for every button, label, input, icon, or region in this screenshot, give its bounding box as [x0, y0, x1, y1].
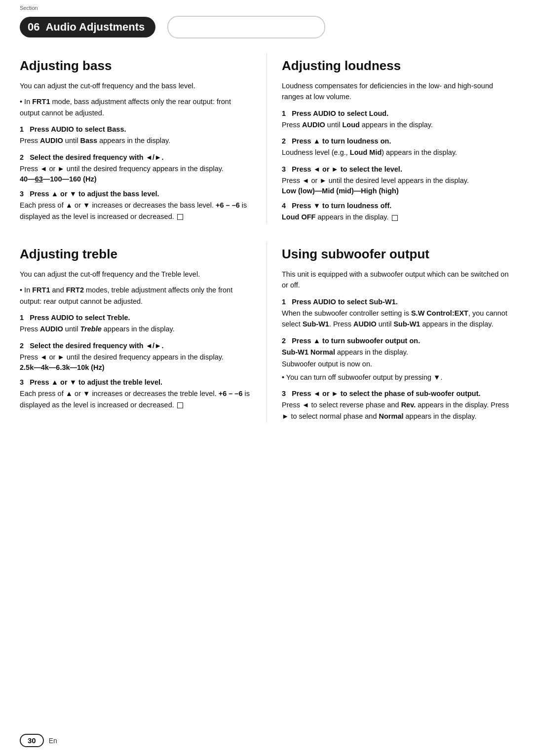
treble-step1-heading: 1 Press AUDIO to select Treble. — [20, 314, 252, 322]
treble-step3-heading: 3 Press ▲ or ▼ to adjust the treble leve… — [20, 378, 252, 386]
bottom-right: Using subwoofer output This unit is equi… — [266, 242, 513, 423]
bass-step2-body: Press ◄ or ► until the desired frequency… — [20, 163, 252, 174]
section-badge: 06 Audio Adjustments — [20, 17, 155, 37]
bass-step3-heading: 3 Press ▲ or ▼ to adjust the bass level. — [20, 190, 252, 198]
treble-intro: You can adjust the cut-off frequency and… — [20, 269, 252, 280]
language-label: En — [49, 737, 57, 745]
col-left: Adjusting bass You can adjust the cut-of… — [20, 53, 266, 224]
page-wrapper: Section 06 Audio Adjustments Adjusting b… — [0, 0, 533, 756]
subwoofer-step1-body: When the subwoofer controller setting is… — [282, 308, 513, 330]
loudness-level-values: Low (low)—Mid (mid)—High (high) — [282, 187, 513, 195]
subwoofer-intro: This unit is equipped with a subwoofer o… — [282, 269, 513, 291]
loudness-step3-heading: 3 Press ◄ or ► to select the level. — [282, 165, 513, 173]
loudness-step2-heading: 2 Press ▲ to turn loudness on. — [282, 137, 513, 145]
bass-intro: You can adjust the cut-off frequency and… — [20, 80, 252, 91]
loudness-step1-heading: 1 Press AUDIO to select Loud. — [282, 109, 513, 117]
bass-step3-body: Each press of ▲ or ▼ increases or decrea… — [20, 200, 252, 222]
page-number: 30 — [20, 734, 44, 747]
loudness-step2-body: Loudness level (e.g., Loud Mid) appears … — [282, 147, 513, 158]
bass-note: • In FRT1 mode, bass adjustment affects … — [20, 96, 252, 118]
subwoofer-step2-heading: 2 Press ▲ to turn subwoofer output on. — [282, 337, 513, 345]
loudness-step3-body: Press ◄ or ► until the desired level app… — [282, 175, 513, 186]
bottom-row: Adjusting treble You can adjust the cut-… — [0, 242, 533, 437]
footer: 30 En — [20, 734, 57, 747]
subwoofer-step3-body: Press ◄ to select reverse phase and Rev.… — [282, 399, 513, 422]
subwoofer-title: Using subwoofer output — [282, 247, 513, 262]
treble-step3-body: Each press of ▲ or ▼ increases or decrea… — [20, 388, 252, 410]
subwoofer-step2-body1: Sub-W1 Normal appears in the display. — [282, 347, 513, 358]
treble-step2-body: Press ◄ or ► until the desired frequency… — [20, 352, 252, 362]
bass-step1-heading: 1 Press AUDIO to select Bass. — [20, 125, 252, 133]
loudness-step4-heading: 4 Press ▼ to turn loudness off. — [282, 202, 513, 210]
subwoofer-step2-body2: Subwoofer output is now on. — [282, 359, 513, 369]
loudness-step1-body: Press AUDIO until Loud appears in the di… — [282, 119, 513, 130]
subwoofer-step3-heading: 3 Press ◄ or ► to select the phase of su… — [282, 390, 513, 397]
treble-step2-heading: 2 Select the desired frequency with ◄/►. — [20, 342, 252, 350]
bass-title: Adjusting bass — [20, 58, 252, 73]
treble-note: • In FRT1 and FRT2 modes, treble adjustm… — [20, 285, 252, 307]
loudness-intro: Loudness compensates for deficiencies in… — [282, 80, 513, 103]
bass-freq-values: 40—63—100—160 (Hz) — [20, 175, 252, 183]
main-content: Adjusting bass You can adjust the cut-of… — [0, 38, 533, 224]
header-right-box — [167, 16, 325, 38]
bass-step1-body: Press AUDIO until Bass appears in the di… — [20, 135, 252, 146]
section-num: 06 — [28, 21, 39, 34]
loudness-title: Adjusting loudness — [282, 58, 513, 73]
treble-freq-values: 2.5k—4k—6.3k—10k (Hz) — [20, 363, 252, 371]
header: 06 Audio Adjustments — [0, 0, 533, 38]
treble-step1-body: Press AUDIO until Treble appears in the … — [20, 324, 252, 334]
loudness-step4-body: Loud OFF appears in the display. — [282, 212, 513, 222]
bottom-left: Adjusting treble You can adjust the cut-… — [20, 242, 266, 423]
subwoofer-step1-heading: 1 Press AUDIO to select Sub-W1. — [282, 298, 513, 306]
treble-title: Adjusting treble — [20, 247, 252, 262]
section-label: Section — [20, 5, 38, 11]
bass-step2-heading: 2 Select the desired frequency with ◄/►. — [20, 153, 252, 161]
col-right: Adjusting loudness Loudness compensates … — [266, 53, 513, 224]
section-title-badge: Audio Adjustments — [45, 21, 145, 34]
subwoofer-step2-note: • You can turn off subwoofer output by p… — [282, 372, 513, 383]
